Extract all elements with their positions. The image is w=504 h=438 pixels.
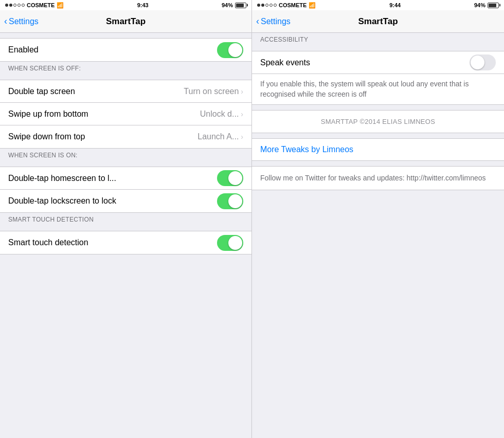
swipe-down-label: Swipe down from top [8, 132, 85, 141]
copyright-text: SMARTTAP ©2014 ELIAS LIMNEOS [321, 118, 435, 125]
back-button-right[interactable]: ‹ Settings [256, 17, 291, 26]
time-left: 9:43 [137, 2, 149, 8]
double-tap-row[interactable]: Double tap screen Turn on screen › [0, 80, 251, 103]
double-tap-lock-toggle-thumb [228, 194, 242, 208]
screen-on-header: WHEN SCREEN IS ON: [0, 149, 251, 162]
enabled-toggle-thumb [228, 43, 242, 57]
more-tweaks-row[interactable]: More Tweaks by Limneos [252, 138, 504, 161]
smart-touch-header: SMART TOUCH DETECTION [0, 213, 251, 226]
battery-percent-left: 94% [222, 2, 233, 8]
screen-on-group: Double-tap homescreen to l... Double-tap… [0, 167, 251, 213]
gap6 [252, 133, 504, 138]
double-tap-home-toggle-thumb [228, 171, 242, 185]
smart-touch-row: Smart touch detection [0, 231, 251, 254]
status-right-left: 94% [222, 2, 246, 8]
double-tap-lock-row: Double-tap lockscreen to lock [0, 190, 251, 212]
dot2r [261, 4, 264, 7]
status-bar-left: COSMETE 📶 9:43 94% [0, 0, 251, 10]
dot4r [269, 4, 273, 7]
content-left: Enabled WHEN SCREEN IS OFF: Double tap s… [0, 33, 251, 438]
dot3 [13, 4, 16, 7]
dot1r [257, 4, 260, 7]
status-left: COSMETE 📶 [5, 2, 64, 9]
gap2: WHEN SCREEN IS OFF: [0, 62, 251, 80]
nav-title-left: SmartTap [106, 16, 146, 27]
accessibility-group: Speak events If you enable this, the sys… [252, 51, 504, 105]
double-tap-home-row: Double-tap homescreen to l... [0, 167, 251, 190]
time-right: 9:44 [389, 2, 401, 8]
wifi-icon-left: 📶 [57, 2, 64, 9]
double-tap-label: Double tap screen [8, 87, 75, 96]
double-tap-home-toggle[interactable] [217, 170, 243, 186]
smart-touch-toggle[interactable] [217, 235, 243, 251]
battery-fill-right [489, 4, 496, 7]
double-tap-value: Turn on screen › [184, 87, 243, 96]
smart-touch-toggle-thumb [228, 236, 242, 250]
back-button-left[interactable]: ‹ Settings [4, 17, 39, 26]
swipe-up-value-text: Unlock d... [200, 110, 239, 119]
dot1 [5, 4, 8, 7]
back-chevron-right: ‹ [256, 16, 259, 26]
signal-dots-right [257, 4, 277, 7]
double-tap-lock-label: Double-tap lockscreen to lock [8, 196, 116, 206]
speak-events-toggle[interactable] [470, 54, 496, 70]
swipe-up-row[interactable]: Swipe up from bottom Unlock d... › [0, 103, 251, 125]
screen-off-group: Double tap screen Turn on screen › Swipe… [0, 80, 251, 149]
content-right: ACCESSIBILITY Speak events If you enable… [252, 33, 504, 438]
battery-fill-left [236, 4, 244, 7]
swipe-down-value-text: Launch A... [197, 132, 239, 141]
dot2 [9, 4, 12, 7]
dot3r [265, 4, 268, 7]
swipe-up-chevron: › [241, 110, 243, 118]
back-label-left: Settings [9, 17, 39, 26]
back-chevron-left: ‹ [4, 16, 7, 26]
double-tap-chevron: › [241, 87, 243, 96]
enabled-row: Enabled [0, 39, 251, 61]
carrier-right: COSMETE [279, 2, 307, 8]
swipe-down-chevron: › [241, 133, 243, 141]
gap5 [252, 105, 504, 110]
double-tap-home-label: Double-tap homescreen to l... [8, 174, 116, 183]
nav-bar-right: ‹ Settings SmartTap [252, 10, 504, 33]
speak-events-label: Speak events [260, 58, 310, 67]
swipe-down-value: Launch A... › [197, 132, 243, 141]
gap3: WHEN SCREEN IS ON: [0, 149, 251, 167]
gap4: SMART TOUCH DETECTION [0, 213, 251, 231]
status-right-right: 94% [474, 2, 499, 8]
enabled-toggle[interactable] [217, 42, 243, 58]
more-tweaks-link: More Tweaks by Limneos [260, 145, 353, 154]
dot5r [274, 4, 277, 7]
dot5 [22, 4, 25, 7]
nav-title-right: SmartTap [358, 16, 398, 27]
swipe-up-value: Unlock d... › [200, 110, 243, 119]
double-tap-value-text: Turn on screen [184, 87, 239, 96]
left-panel: COSMETE 📶 9:43 94% ‹ Settings SmartTap E… [0, 0, 252, 438]
gap1 [0, 33, 251, 38]
gap-acc: ACCESSIBILITY [252, 33, 504, 51]
nav-bar-left: ‹ Settings SmartTap [0, 10, 251, 33]
swipe-up-label: Swipe up from bottom [8, 110, 88, 119]
wifi-icon-right: 📶 [309, 2, 316, 9]
battery-icon-left [235, 3, 246, 8]
accessibility-header: ACCESSIBILITY [252, 33, 504, 46]
status-bar-right: COSMETE 📶 9:44 94% [252, 0, 504, 10]
follow-text: Follow me on Twitter for tweaks and upda… [260, 174, 486, 182]
status-left-right: COSMETE 📶 [257, 2, 316, 9]
smart-touch-group: Smart touch detection [0, 231, 251, 254]
carrier-left: COSMETE [27, 2, 55, 8]
speak-events-toggle-thumb [471, 56, 484, 69]
signal-dots [5, 4, 25, 7]
double-tap-lock-toggle[interactable] [217, 193, 243, 209]
right-panel: COSMETE 📶 9:44 94% ‹ Settings SmartTap A… [252, 0, 504, 438]
follow-block: Follow me on Twitter for tweaks and upda… [252, 166, 504, 190]
screen-off-header: WHEN SCREEN IS OFF: [0, 62, 251, 75]
enabled-group: Enabled [0, 38, 251, 62]
copyright-block: SMARTTAP ©2014 ELIAS LIMNEOS [252, 110, 504, 133]
swipe-down-row[interactable]: Swipe down from top Launch A... › [0, 125, 251, 148]
dot4 [17, 4, 21, 7]
speak-events-row: Speak events [252, 51, 504, 74]
battery-icon-right [488, 3, 499, 8]
speak-events-description: If you enable this, the system will spea… [252, 74, 504, 104]
battery-percent-right: 94% [474, 2, 485, 8]
smart-touch-label: Smart touch detection [8, 238, 88, 247]
